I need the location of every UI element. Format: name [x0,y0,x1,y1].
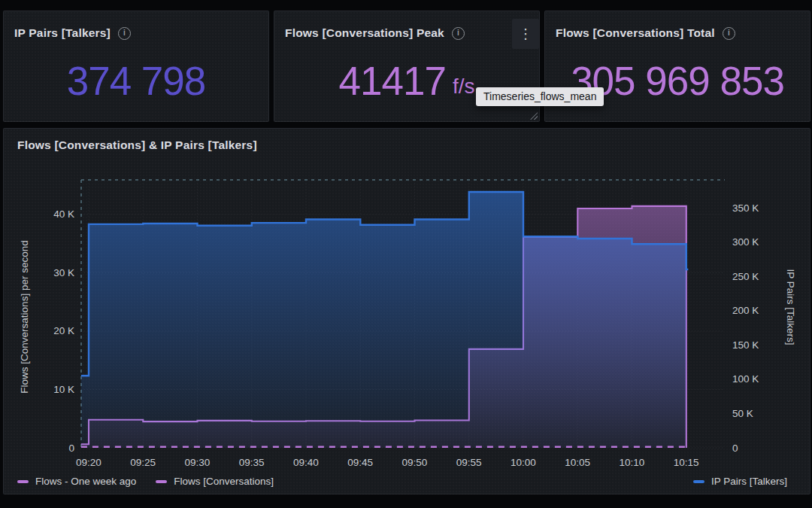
svg-text:300 K: 300 K [732,236,759,248]
legend-item-flows-week-ago[interactable]: Flows - One week ago [17,476,136,487]
y-axis-label-right: IP Pairs [Talkers] [785,269,796,345]
svg-text:10 K: 10 K [53,384,74,395]
stat-panel-ip-pairs: IP Pairs [Talkers] i 374 798 [3,11,269,122]
svg-text:150 K: 150 K [732,339,759,351]
svg-text:10:10: 10:10 [620,457,645,468]
svg-text:09:40: 09:40 [293,457,319,468]
svg-text:30 K: 30 K [53,267,74,278]
panel-header: IP Pairs [Talkers] i [4,11,268,40]
legend: Flows - One week ago Flows [Conversation… [17,476,787,487]
y-axis-label-left: Flows [Conversations] per second [19,240,30,393]
legend-label: IP Pairs [Talkers] [711,476,787,487]
svg-text:20 K: 20 K [53,325,74,336]
svg-text:200 K: 200 K [732,305,759,316]
svg-text:09:35: 09:35 [239,457,265,468]
svg-text:09:50: 09:50 [402,457,428,468]
svg-text:0: 0 [732,443,738,454]
timeseries-panel: Flows [Conversations] & IP Pairs [Talker… [3,128,810,494]
stat-unit: f/s [453,75,475,99]
svg-text:09:25: 09:25 [130,457,156,468]
svg-text:100 K: 100 K [732,373,759,385]
legend-item-ip-pairs[interactable]: IP Pairs [Talkers] [693,476,787,487]
info-icon[interactable]: i [723,27,735,40]
svg-text:250 K: 250 K [732,271,759,282]
svg-text:09:20: 09:20 [76,457,102,468]
timeseries-plot[interactable]: 010 K20 K30 K40 K050 K100 K150 K200 K250… [4,129,810,494]
svg-text:40 K: 40 K [53,208,74,220]
svg-text:350 K: 350 K [732,202,759,214]
svg-text:10:15: 10:15 [674,457,699,468]
panel-title: Flows [Conversations] Total [556,26,715,40]
info-icon[interactable]: i [118,27,131,40]
svg-text:10:05: 10:05 [565,457,590,468]
legend-label: Flows - One week ago [35,476,136,487]
legend-item-flows[interactable]: Flows [Conversations] [156,476,274,487]
panel-header: Flows [Conversations] Peak i [274,11,539,40]
svg-text:09:30: 09:30 [185,457,211,468]
svg-text:09:55: 09:55 [456,457,482,468]
svg-text:50 K: 50 K [732,408,753,419]
svg-text:10:00: 10:00 [511,457,536,468]
legend-swatch-icon [693,480,704,483]
info-icon[interactable]: i [452,27,465,40]
legend-swatch-icon [156,480,167,483]
svg-text:0: 0 [68,443,74,454]
grafana-dashboard: { "stat_panels": [ {"title": "IP Pairs [… [0,0,812,508]
legend-label: Flows [Conversations] [174,476,274,487]
legend-swatch-icon [17,480,29,483]
svg-text:09:45: 09:45 [347,457,373,468]
panel-title: Flows [Conversations] Peak [285,26,444,40]
panel-header: Flows [Conversations] Total i [545,11,810,40]
panel-title: IP Pairs [Talkers] [14,26,111,40]
tooltip: Timeseries_flows_mean [476,87,604,106]
stat-value: 374 798 [4,44,268,117]
